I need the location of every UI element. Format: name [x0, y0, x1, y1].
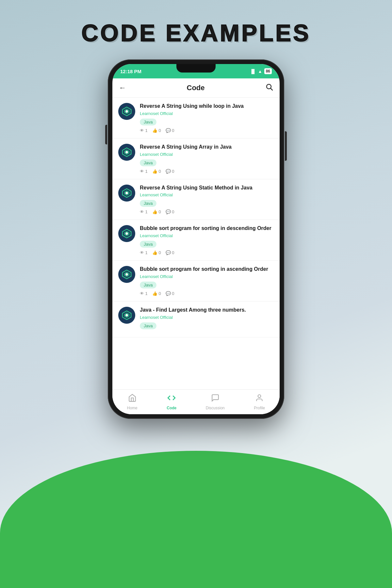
nav-item-code[interactable]: Code: [167, 394, 176, 410]
avatar: [118, 103, 135, 120]
svg-point-21: [125, 273, 128, 276]
svg-point-26: [258, 395, 261, 398]
item-author: Learnoset Official: [140, 152, 274, 157]
item-content: Bubble sort program for sorting in ascen…: [140, 266, 274, 296]
phone-mockup: 12:18 PM ▐▌ ▲ 86 ← Code: [108, 59, 284, 419]
avatar: [118, 307, 135, 324]
svg-point-13: [125, 192, 128, 194]
bottom-nav: Home Code: [112, 389, 280, 414]
comments-stat: 💬 0: [166, 209, 174, 214]
item-title: Bubble sort program for sorting in desce…: [140, 225, 274, 232]
nav-item-profile[interactable]: Profile: [254, 394, 265, 410]
svg-point-9: [125, 151, 128, 154]
item-tag: Java: [140, 322, 156, 329]
item-author: Learnoset Official: [140, 233, 274, 238]
views-stat: 👁 1: [140, 169, 148, 174]
item-title: Reverse A String Using Static Method in …: [140, 185, 274, 191]
item-author: Learnoset Official: [140, 192, 274, 197]
search-button[interactable]: [265, 83, 273, 93]
likes-stat: 👍 0: [152, 209, 161, 214]
avatar: [118, 185, 135, 202]
phone-notch: [176, 64, 216, 73]
list-item[interactable]: Bubble sort program for sorting in ascen…: [112, 261, 280, 302]
item-stats: 👁 1 👍 0 💬 0: [140, 128, 274, 133]
item-title: Reverse A String Using Array in Java: [140, 144, 274, 151]
item-author: Learnoset Official: [140, 315, 274, 320]
wifi-icon: ▲: [258, 69, 262, 74]
status-icons: ▐▌ ▲ 86: [250, 68, 272, 74]
nav-item-discussion[interactable]: Discussion: [206, 394, 225, 410]
code-icon: [167, 394, 176, 404]
item-content: Reverse A String Using Array in Java Lea…: [140, 144, 274, 174]
green-hill: [0, 451, 392, 588]
content-list: Reverse A String Using while loop in Jav…: [112, 98, 280, 389]
signal-icon: ▐▌: [250, 69, 256, 74]
header-title: Code: [187, 84, 205, 92]
status-time: 12:18 PM: [120, 69, 141, 74]
item-tag: Java: [140, 159, 156, 166]
comments-stat: 💬 0: [166, 169, 174, 174]
comments-stat: 💬 0: [166, 291, 174, 296]
views-stat: 👁 1: [140, 291, 148, 296]
comments-stat: 💬 0: [166, 128, 174, 133]
avatar: [118, 225, 135, 242]
item-tag: Java: [140, 241, 156, 248]
svg-point-17: [125, 233, 128, 235]
app-header: ← Code: [112, 78, 280, 98]
nav-label-discussion: Discussion: [206, 406, 225, 410]
home-icon: [128, 394, 137, 404]
item-author: Learnoset Official: [140, 274, 274, 279]
item-stats: 👁 1 👍 0 💬 0: [140, 250, 274, 255]
list-item[interactable]: Java - Find Largest Among three numbers.…: [112, 302, 280, 337]
likes-stat: 👍 0: [152, 250, 161, 255]
likes-stat: 👍 0: [152, 128, 161, 133]
views-stat: 👁 1: [140, 209, 148, 214]
item-tag: Java: [140, 119, 156, 125]
list-item[interactable]: Reverse A String Using Array in Java Lea…: [112, 139, 280, 179]
item-title: Bubble sort program for sorting in ascen…: [140, 266, 274, 273]
list-item[interactable]: Reverse A String Using while loop in Jav…: [112, 98, 280, 139]
likes-stat: 👍 0: [152, 169, 161, 174]
item-title: Reverse A String Using while loop in Jav…: [140, 103, 274, 110]
nav-item-home[interactable]: Home: [127, 394, 138, 410]
item-stats: 👁 1 👍 0 💬 0: [140, 291, 274, 296]
views-stat: 👁 1: [140, 250, 148, 255]
item-content: Bubble sort program for sorting in desce…: [140, 225, 274, 255]
item-tag: Java: [140, 282, 156, 288]
item-stats: 👁 1 👍 0 💬 0: [140, 209, 274, 214]
item-content: Java - Find Largest Among three numbers.…: [140, 307, 274, 332]
profile-icon: [255, 394, 264, 404]
battery-badge: 86: [264, 68, 272, 74]
list-item[interactable]: Reverse A String Using Static Method in …: [112, 179, 280, 220]
back-button[interactable]: ←: [119, 84, 126, 92]
list-item[interactable]: Bubble sort program for sorting in desce…: [112, 220, 280, 261]
comments-stat: 💬 0: [166, 250, 174, 255]
nav-label-home: Home: [127, 406, 138, 410]
svg-point-25: [125, 314, 128, 317]
item-tag: Java: [140, 200, 156, 207]
avatar: [118, 266, 135, 283]
discussion-icon: [211, 394, 220, 404]
views-stat: 👁 1: [140, 128, 148, 133]
item-stats: 👁 1 👍 0 💬 0: [140, 169, 274, 174]
item-content: Reverse A String Using Static Method in …: [140, 185, 274, 215]
item-title: Java - Find Largest Among three numbers.: [140, 307, 274, 314]
page-title: CODE EXAMPLES: [81, 20, 311, 46]
svg-line-1: [271, 89, 273, 90]
likes-stat: 👍 0: [152, 291, 161, 296]
item-content: Reverse A String Using while loop in Jav…: [140, 103, 274, 133]
avatar: [118, 144, 135, 161]
svg-point-5: [125, 110, 128, 113]
nav-label-code: Code: [167, 406, 176, 410]
nav-label-profile: Profile: [254, 406, 265, 410]
item-author: Learnoset Official: [140, 111, 274, 116]
